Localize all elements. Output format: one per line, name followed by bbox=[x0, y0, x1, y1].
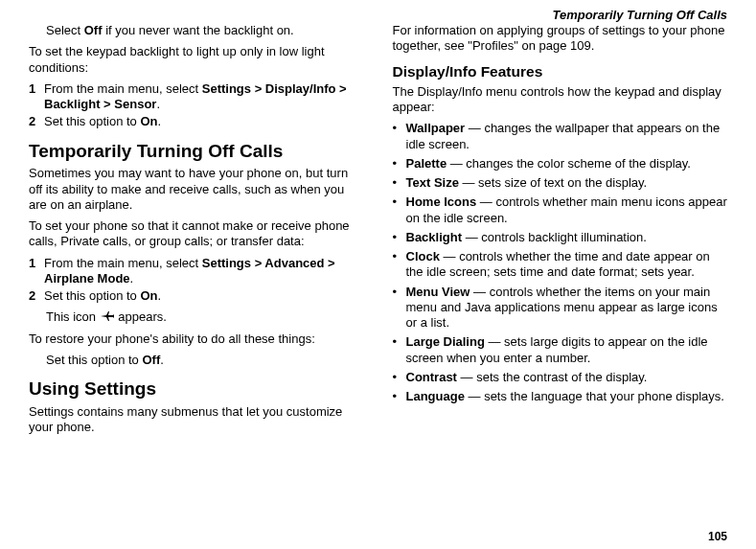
display-info-paragraph: The Display/Info menu controls how the k… bbox=[393, 84, 728, 116]
step-number: 1 bbox=[29, 81, 44, 113]
bullet-icon: • bbox=[393, 285, 406, 332]
bold-on: On bbox=[140, 288, 157, 303]
list-item: 2 Set this option to On. bbox=[29, 288, 364, 304]
restore-paragraph: To restore your phone's ability to do al… bbox=[29, 332, 364, 347]
step-body: Set this option to On. bbox=[44, 288, 364, 304]
icon-appears-line: This icon appears. bbox=[46, 309, 364, 326]
list-item: •Clock — controls whether the time and d… bbox=[393, 249, 728, 281]
bold-off: Off bbox=[84, 23, 103, 37]
page-number: 105 bbox=[708, 530, 727, 543]
text: . bbox=[160, 353, 164, 367]
text: Set this option to bbox=[44, 288, 140, 303]
bullet-icon: • bbox=[393, 230, 406, 245]
lowlight-intro: To set the keypad backlight to light up … bbox=[29, 44, 364, 76]
left-column: Select Off if you never want the backlig… bbox=[29, 19, 364, 539]
text: if you never want the backlight on. bbox=[103, 23, 294, 37]
select-off-paragraph: Select Off if you never want the backlig… bbox=[46, 23, 364, 38]
text: . bbox=[156, 97, 160, 111]
feature-desc: — controls whether the time and date app… bbox=[406, 249, 710, 279]
feature-term: Large Dialing bbox=[406, 334, 485, 349]
list-item: 1 From the main menu, select Settings > … bbox=[29, 256, 364, 287]
text: Select bbox=[46, 23, 84, 37]
step-number: 1 bbox=[29, 256, 44, 287]
feature-term: Backlight bbox=[406, 230, 463, 244]
text: appears. bbox=[118, 309, 167, 324]
list-item: •Language — sets the language that your … bbox=[393, 389, 728, 404]
list-item: •Large Dialing — sets large digits to ap… bbox=[393, 334, 728, 366]
feature-body: Text Size — sets size of text on the dis… bbox=[406, 175, 728, 191]
lowlight-steps: 1 From the main menu, select Settings > … bbox=[29, 81, 364, 130]
feature-desc: — changes the color scheme of the displa… bbox=[447, 156, 691, 171]
text: . bbox=[130, 271, 134, 286]
feature-body: Backlight — controls backlight illuminat… bbox=[406, 230, 728, 245]
text: From the main menu, select bbox=[44, 81, 202, 96]
list-item: •Home Icons — controls whether main menu… bbox=[393, 194, 728, 226]
turnoff-paragraph-2: To set your phone so that it cannot make… bbox=[29, 218, 364, 250]
bullet-icon: • bbox=[393, 389, 406, 404]
page: Temporarily Turning Off Calls Select Off… bbox=[0, 0, 756, 549]
feature-term: Contrast bbox=[406, 370, 457, 384]
step-body: From the main menu, select Settings > Ad… bbox=[44, 256, 364, 287]
feature-term: Palette bbox=[406, 156, 447, 171]
using-settings-paragraph: Settings contains many submenus that let… bbox=[29, 404, 364, 436]
list-item: •Palette — changes the color scheme of t… bbox=[393, 156, 728, 172]
bullet-icon: • bbox=[393, 249, 406, 281]
feature-term: Text Size bbox=[406, 175, 459, 190]
feature-body: Menu View — controls whether the items o… bbox=[406, 285, 728, 332]
turnoff-steps: 1 From the main menu, select Settings > … bbox=[29, 256, 364, 305]
list-item: •Menu View — controls whether the items … bbox=[393, 285, 728, 332]
feature-body: Palette — changes the color scheme of th… bbox=[406, 156, 728, 172]
heading-using-settings: Using Settings bbox=[29, 377, 364, 400]
profiles-paragraph: For information on applying groups of se… bbox=[393, 23, 728, 55]
feature-desc: — sets size of text on the display. bbox=[459, 175, 647, 190]
bullet-icon: • bbox=[393, 175, 406, 191]
turnoff-paragraph-1: Sometimes you may want to have your phon… bbox=[29, 166, 364, 213]
text: From the main menu, select bbox=[44, 256, 202, 270]
bullet-icon: • bbox=[393, 370, 406, 385]
step-number: 2 bbox=[29, 288, 44, 304]
feature-body: Language — sets the language that your p… bbox=[406, 389, 728, 404]
text: Set this option to bbox=[44, 114, 140, 128]
right-column: For information on applying groups of se… bbox=[393, 19, 728, 539]
feature-desc: — controls backlight illumination. bbox=[462, 230, 647, 244]
list-item: •Contrast — sets the contrast of the dis… bbox=[393, 370, 728, 385]
bullet-icon: • bbox=[393, 194, 406, 226]
step-number: 2 bbox=[29, 114, 44, 129]
bold-on: On bbox=[140, 114, 157, 128]
text: . bbox=[158, 288, 162, 303]
list-item: •Backlight — controls backlight illumina… bbox=[393, 230, 728, 245]
bullet-icon: • bbox=[393, 334, 406, 366]
features-list: •Wallpaper — changes the wallpaper that … bbox=[393, 121, 728, 404]
bold-off: Off bbox=[142, 353, 160, 367]
feature-body: Contrast — sets the contrast of the disp… bbox=[406, 370, 728, 385]
text: Set this option to bbox=[46, 353, 142, 367]
step-body: From the main menu, select Settings > Di… bbox=[44, 81, 364, 113]
list-item: •Text Size — sets size of text on the di… bbox=[393, 175, 728, 191]
feature-term: Home Icons bbox=[406, 194, 477, 209]
airplane-icon bbox=[100, 310, 115, 326]
heading-display-info: Display/Info Features bbox=[393, 62, 728, 80]
text: This icon bbox=[46, 309, 100, 324]
feature-body: Clock — controls whether the time and da… bbox=[406, 249, 728, 281]
feature-desc: — sets the contrast of the display. bbox=[457, 370, 647, 384]
feature-body: Large Dialing — sets large digits to app… bbox=[406, 334, 728, 366]
bullet-icon: • bbox=[393, 156, 406, 172]
text: . bbox=[158, 114, 162, 128]
feature-body: Home Icons — controls whether main menu … bbox=[406, 194, 728, 226]
feature-desc: — sets the language that your phone disp… bbox=[465, 389, 724, 403]
feature-term: Wallpaper bbox=[406, 121, 466, 135]
feature-term: Clock bbox=[406, 249, 440, 263]
feature-term: Menu View bbox=[406, 285, 470, 299]
list-item: •Wallpaper — changes the wallpaper that … bbox=[393, 121, 728, 152]
heading-turning-off-calls: Temporarily Turning Off Calls bbox=[29, 140, 364, 163]
feature-body: Wallpaper — changes the wallpaper that a… bbox=[406, 121, 728, 152]
running-head: Temporarily Turning Off Calls bbox=[552, 8, 727, 22]
list-item: 1 From the main menu, select Settings > … bbox=[29, 81, 364, 113]
list-item: 2 Set this option to On. bbox=[29, 114, 364, 129]
restore-step: Set this option to Off. bbox=[46, 353, 364, 368]
feature-term: Language bbox=[406, 389, 465, 403]
step-body: Set this option to On. bbox=[44, 114, 364, 129]
bullet-icon: • bbox=[393, 121, 406, 152]
